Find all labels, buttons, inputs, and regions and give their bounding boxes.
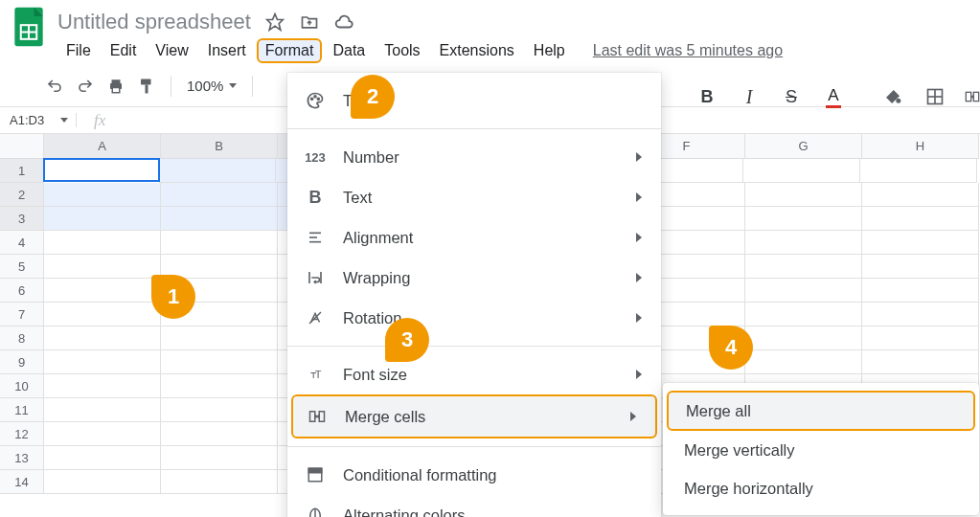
cell[interactable] [862, 231, 979, 255]
menu-insert[interactable]: Insert [199, 38, 255, 63]
cell[interactable] [862, 326, 979, 350]
fill-color-icon[interactable] [880, 84, 905, 109]
sheets-logo[interactable] [0, 6, 57, 48]
menu-format[interactable]: Format [257, 38, 323, 63]
cell[interactable] [159, 159, 276, 183]
cell[interactable] [862, 183, 979, 207]
italic-icon[interactable]: I [737, 84, 762, 109]
zoom-select[interactable]: 100% [183, 78, 240, 94]
cell[interactable] [862, 255, 979, 279]
menu-file[interactable]: File [57, 38, 100, 63]
cloud-icon[interactable] [333, 11, 354, 33]
col-header[interactable]: A [44, 134, 161, 159]
doc-title[interactable]: Untitled spreadsheet [57, 10, 251, 34]
menu-number[interactable]: 123Number [287, 137, 661, 177]
last-edit-link[interactable]: Last edit was 5 minutes ago [593, 42, 783, 59]
col-header[interactable]: H [862, 134, 979, 159]
select-all-corner[interactable] [0, 134, 44, 159]
cell[interactable] [161, 350, 278, 374]
cell[interactable] [161, 183, 278, 207]
cell[interactable] [44, 207, 161, 231]
cell[interactable] [44, 422, 161, 446]
row-header[interactable]: 7 [0, 303, 44, 326]
cell[interactable] [44, 350, 161, 374]
cell[interactable] [745, 279, 862, 303]
menu-merge-cells[interactable]: Merge cells [291, 394, 657, 438]
borders-icon[interactable] [923, 84, 947, 109]
cell[interactable] [745, 231, 862, 255]
menu-font-size[interactable]: ᴛTFont size [287, 354, 661, 394]
submenu-merge-horizontally[interactable]: Merge horizontally [663, 469, 979, 507]
cell[interactable] [44, 183, 161, 207]
row-header[interactable]: 1 [0, 159, 44, 183]
row-header[interactable]: 5 [0, 255, 44, 279]
cell[interactable] [745, 183, 862, 207]
cell[interactable] [161, 374, 278, 398]
row-header[interactable]: 11 [0, 398, 44, 422]
row-header[interactable]: 10 [0, 374, 44, 398]
cell[interactable] [862, 350, 979, 374]
cell[interactable] [44, 279, 161, 303]
bold-icon[interactable]: B [695, 84, 719, 109]
cell[interactable] [44, 326, 161, 350]
cell[interactable] [862, 303, 979, 326]
cell[interactable] [860, 159, 977, 183]
cell[interactable] [44, 255, 161, 279]
menu-extensions[interactable]: Extensions [431, 38, 523, 63]
cell[interactable] [743, 159, 860, 183]
cell[interactable] [43, 158, 160, 182]
row-header[interactable]: 8 [0, 326, 44, 350]
menu-view[interactable]: View [147, 38, 196, 63]
menu-help[interactable]: Help [525, 38, 574, 63]
cell[interactable] [161, 326, 278, 350]
row-header[interactable]: 9 [0, 350, 44, 374]
cell[interactable] [44, 303, 161, 326]
row-header[interactable]: 14 [0, 470, 44, 494]
menu-alternating-colors[interactable]: Alternating colors [287, 495, 661, 517]
cell[interactable] [862, 207, 979, 231]
menu-theme[interactable]: Theme [287, 80, 661, 121]
submenu-merge-vertically[interactable]: Merge vertically [663, 431, 979, 469]
cell[interactable] [745, 303, 862, 326]
move-icon[interactable] [299, 11, 320, 33]
strike-icon[interactable]: S [779, 84, 804, 109]
redo-icon[interactable] [73, 74, 98, 99]
cell[interactable] [44, 374, 161, 398]
menu-wrapping[interactable]: Wrapping [287, 258, 661, 298]
star-icon[interactable] [264, 11, 285, 33]
cell[interactable] [44, 231, 161, 255]
undo-icon[interactable] [42, 74, 67, 99]
submenu-merge-all[interactable]: Merge all [667, 391, 975, 431]
menu-conditional-formatting[interactable]: Conditional formatting [287, 455, 661, 495]
cell[interactable] [161, 398, 278, 422]
menu-edit[interactable]: Edit [102, 38, 146, 63]
cell[interactable] [745, 207, 862, 231]
col-header[interactable]: B [161, 134, 278, 159]
cell[interactable] [161, 446, 278, 470]
print-icon[interactable] [103, 74, 128, 99]
cell[interactable] [161, 231, 278, 255]
row-header[interactable]: 6 [0, 279, 44, 303]
name-box[interactable]: A1:D3 [0, 113, 77, 127]
row-header[interactable]: 13 [0, 446, 44, 470]
col-header[interactable]: G [745, 134, 862, 159]
cell[interactable] [161, 422, 278, 446]
cell[interactable] [44, 446, 161, 470]
paint-format-icon[interactable] [134, 74, 159, 99]
menu-rotation[interactable]: Rotation [287, 298, 661, 338]
text-color-icon[interactable]: A [821, 84, 846, 109]
cell[interactable] [745, 326, 862, 350]
row-header[interactable]: 2 [0, 183, 44, 207]
row-header[interactable]: 4 [0, 231, 44, 255]
menu-tools[interactable]: Tools [376, 38, 428, 63]
cell[interactable] [745, 350, 862, 374]
cell[interactable] [161, 207, 278, 231]
cell[interactable] [862, 279, 979, 303]
cell[interactable] [44, 398, 161, 422]
cell[interactable] [161, 470, 278, 494]
row-header[interactable]: 12 [0, 422, 44, 446]
merge-icon[interactable] [965, 84, 980, 109]
menu-text[interactable]: BText [287, 177, 661, 217]
menu-alignment[interactable]: Alignment [287, 217, 661, 258]
row-header[interactable]: 3 [0, 207, 44, 231]
